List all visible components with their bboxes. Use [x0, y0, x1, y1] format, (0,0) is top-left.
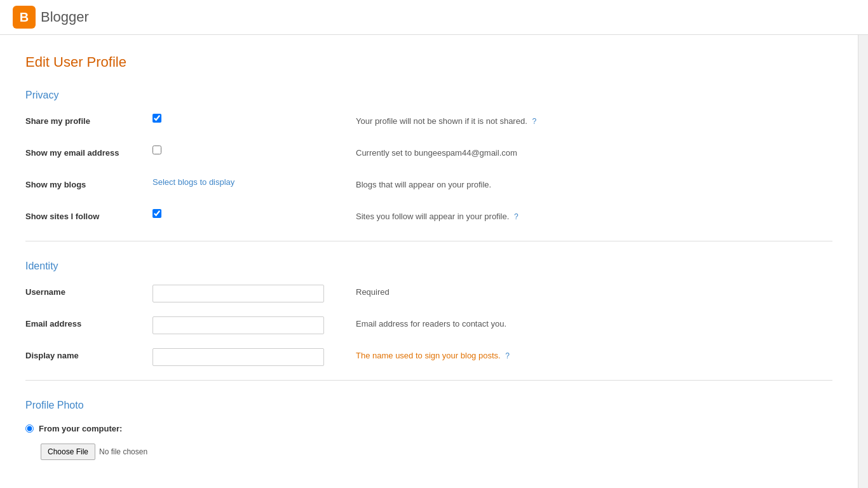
show-email-hint: Currently set to bungeespam44@gmail.com: [356, 146, 597, 158]
main-content: Edit User Profile Privacy Share my profi…: [0, 35, 858, 488]
username-row: Username Required: [25, 285, 597, 304]
show-email-label: Show my email address: [25, 146, 153, 158]
show-blogs-hint: Blogs that will appear on your profile.: [356, 177, 597, 189]
show-email-row: Show my email address Currently set to b…: [25, 146, 597, 165]
show-blogs-label: Show my blogs: [25, 177, 153, 189]
privacy-section: Privacy Share my profile Your profile wi…: [25, 90, 597, 228]
username-control: [153, 285, 330, 302]
email-control: [153, 316, 330, 334]
choose-file-button[interactable]: Choose File: [41, 444, 95, 460]
profile-photo-section: Profile Photo From your computer: Choose…: [25, 400, 597, 460]
display-name-control: [153, 348, 330, 366]
share-profile-hint: Your profile will not be shown if it is …: [356, 114, 597, 126]
privacy-section-title: Privacy: [25, 90, 597, 101]
identity-section-title: Identity: [25, 261, 597, 272]
display-name-input[interactable]: [153, 348, 324, 366]
display-name-hint: The name used to sign your blog posts. ?: [356, 348, 597, 360]
show-sites-checkbox[interactable]: [153, 209, 161, 218]
display-name-help-link[interactable]: ?: [505, 351, 510, 360]
show-sites-row: Show sites I follow Sites you follow wil…: [25, 209, 597, 228]
show-sites-help-link[interactable]: ?: [514, 212, 519, 221]
scrollbar-track[interactable]: [858, 35, 868, 488]
blogger-logo: B Blogger: [13, 6, 89, 29]
from-computer-radio[interactable]: [25, 424, 34, 433]
show-sites-hint: Sites you follow will appear in your pro…: [356, 209, 597, 221]
share-profile-checkbox[interactable]: [153, 114, 161, 123]
show-sites-control: [153, 209, 330, 218]
share-profile-control: [153, 114, 330, 123]
share-profile-label: Share my profile: [25, 114, 153, 126]
page-wrapper: Edit User Profile Privacy Share my profi…: [0, 35, 868, 488]
display-name-label: Display name: [25, 348, 153, 360]
email-input[interactable]: [153, 316, 324, 334]
show-sites-label: Show sites I follow: [25, 209, 153, 221]
username-hint: Required: [356, 285, 597, 297]
share-profile-help-link[interactable]: ?: [532, 117, 536, 126]
from-computer-row: From your computer:: [25, 424, 597, 433]
show-email-checkbox[interactable]: [153, 146, 161, 154]
show-email-control: [153, 146, 330, 154]
email-row: Email address Email address for readers …: [25, 316, 597, 336]
username-input[interactable]: [153, 285, 324, 302]
select-blogs-link[interactable]: Select blogs to display: [153, 177, 234, 187]
blogger-icon: B: [13, 6, 36, 29]
show-blogs-row: Show my blogs Select blogs to display Bl…: [25, 177, 597, 196]
file-input-row: Choose File No file chosen: [41, 444, 597, 460]
page-title: Edit User Profile: [25, 54, 832, 71]
site-header: B Blogger: [0, 0, 868, 35]
privacy-divider: [25, 241, 832, 241]
share-my-profile-row: Share my profile Your profile will not b…: [25, 114, 597, 133]
brand-name: Blogger: [41, 9, 89, 25]
identity-divider: [25, 380, 832, 381]
identity-section: Identity Username Required Email address…: [25, 261, 597, 367]
username-label: Username: [25, 285, 153, 297]
no-file-text: No file chosen: [99, 447, 147, 456]
display-name-row: Display name The name used to sign your …: [25, 348, 597, 367]
email-label: Email address: [25, 316, 153, 329]
profile-photo-title: Profile Photo: [25, 400, 597, 411]
email-hint: Email address for readers to contact you…: [356, 316, 597, 329]
from-computer-label: From your computer:: [39, 424, 122, 433]
show-blogs-control: Select blogs to display: [153, 177, 330, 187]
